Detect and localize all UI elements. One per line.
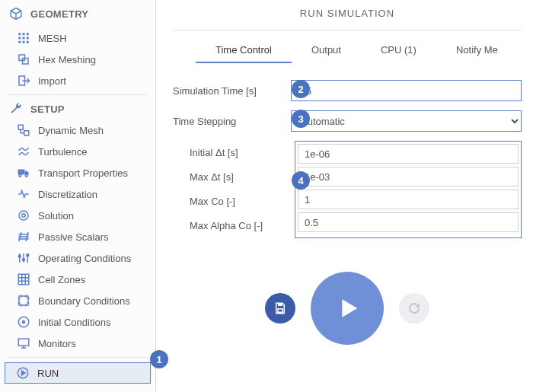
tab-notify-me[interactable]: Notify Me — [436, 38, 518, 63]
svg-point-14 — [25, 174, 27, 177]
callout-badge-1: 1 — [150, 350, 168, 368]
sidebar-item-import[interactable]: Import — [0, 70, 155, 91]
svg-rect-1 — [23, 33, 25, 35]
sidebar-item-hex-meshing[interactable]: Hex Meshing — [0, 49, 155, 70]
run-button[interactable] — [311, 272, 384, 345]
sidebar-item-discretization[interactable]: Discretization — [0, 183, 155, 205]
sidebar: GEOMETRY MESH Hex Meshing Import — [0, 0, 156, 392]
svg-rect-2 — [27, 33, 29, 35]
max-co-label: Max Co [-] — [173, 190, 295, 214]
sidebar-item-label: MESH — [38, 33, 148, 44]
svg-rect-26 — [278, 303, 282, 306]
hex-icon — [17, 53, 30, 66]
sliders-icon — [17, 251, 30, 265]
initial-icon — [17, 315, 30, 329]
sidebar-item-monitors[interactable]: Monitors — [0, 333, 155, 354]
tabs: Time Control Output CPU (1) Notify Me — [196, 38, 522, 63]
sidebar-item-label: Discretization — [38, 189, 148, 200]
sidebar-item-label: Boundary Conditions — [38, 295, 148, 307]
svg-rect-0 — [18, 33, 21, 35]
max-alpha-co-input[interactable] — [298, 212, 519, 232]
sidebar-item-dynamic-mesh[interactable]: Dynamic Mesh — [0, 120, 155, 141]
save-icon — [273, 301, 287, 315]
svg-rect-7 — [23, 41, 25, 43]
monitor-icon — [17, 336, 30, 350]
svg-point-18 — [23, 259, 25, 261]
tab-cpu[interactable]: CPU (1) — [361, 38, 436, 63]
play-icon — [332, 293, 362, 323]
svg-rect-3 — [18, 37, 21, 40]
grid-icon — [17, 31, 30, 45]
sidebar-group-setup[interactable]: SETUP — [0, 98, 155, 120]
truck-icon — [17, 166, 30, 180]
sim-time-input[interactable] — [291, 80, 522, 101]
dynamic-mesh-icon — [17, 123, 30, 137]
svg-point-13 — [19, 174, 21, 177]
divider — [8, 357, 148, 358]
import-icon — [17, 74, 30, 88]
initial-dt-input[interactable] — [298, 144, 519, 164]
wrench-icon — [9, 102, 23, 116]
callout-badge-4: 4 — [292, 171, 310, 190]
svg-rect-6 — [18, 41, 21, 43]
sidebar-item-boundary-conditions[interactable]: Boundary Conditions — [0, 290, 155, 311]
reset-button[interactable] — [399, 293, 429, 323]
sidebar-item-passive-scalars[interactable]: Passive Scalars — [0, 226, 155, 247]
discretization-icon — [17, 187, 30, 201]
sidebar-group-geometry[interactable]: GEOMETRY — [0, 3, 155, 24]
sidebar-item-label: Import — [38, 75, 148, 87]
max-dt-label: Max Δt [s] — [173, 165, 295, 190]
target-icon — [17, 209, 30, 222]
svg-rect-27 — [278, 309, 282, 313]
callout-badge-3: 3 — [292, 110, 310, 128]
action-buttons — [173, 272, 522, 345]
callout-badge-2: 2 — [292, 80, 310, 98]
max-co-input[interactable] — [298, 190, 519, 209]
sidebar-item-solution[interactable]: Solution — [0, 205, 155, 226]
sidebar-item-label: Turbulence — [38, 146, 148, 158]
svg-rect-11 — [18, 125, 23, 129]
sidebar-item-label: Transport Properties — [38, 167, 148, 179]
sidebar-item-initial-conditions[interactable]: Initial Conditions — [0, 311, 155, 333]
svg-rect-24 — [18, 339, 29, 346]
turbulence-icon — [17, 145, 30, 158]
sidebar-item-cell-zones[interactable]: Cell Zones — [0, 269, 155, 290]
svg-point-15 — [19, 211, 28, 220]
svg-rect-12 — [24, 131, 29, 135]
initial-dt-label: Initial Δt [s] — [173, 141, 295, 165]
sidebar-item-mesh[interactable]: MESH — [0, 27, 155, 49]
max-alpha-co-label: Max Alpha Co [-] — [173, 214, 295, 238]
tab-output[interactable]: Output — [292, 38, 361, 63]
scalars-icon — [17, 230, 30, 244]
sidebar-item-label: Cell Zones — [38, 274, 148, 285]
time-stepping-select[interactable]: Automatic — [291, 110, 522, 132]
max-dt-input[interactable] — [298, 167, 519, 186]
save-button[interactable] — [265, 293, 295, 323]
svg-rect-8 — [27, 41, 29, 43]
tab-time-control[interactable]: Time Control — [196, 38, 292, 63]
svg-rect-5 — [27, 37, 29, 40]
page-title: RUN SIMULATION — [173, 0, 522, 30]
sidebar-group-label: GEOMETRY — [30, 8, 148, 20]
sidebar-item-label: Solution — [38, 210, 148, 221]
svg-rect-20 — [18, 274, 29, 285]
time-control-form: Simulation Time [s] Time Stepping Automa… — [173, 80, 522, 238]
svg-point-23 — [23, 321, 25, 323]
sidebar-item-run[interactable]: RUN — [5, 362, 151, 384]
svg-point-19 — [27, 254, 29, 257]
sidebar-item-label: Operating Conditions — [38, 253, 148, 264]
sidebar-item-turbulence[interactable]: Turbulence — [0, 141, 155, 162]
sidebar-item-operating-conditions[interactable]: Operating Conditions — [0, 247, 155, 269]
sidebar-group-label: SETUP — [30, 104, 148, 115]
cube-icon — [9, 7, 23, 21]
boundary-icon — [17, 294, 30, 308]
sidebar-item-transport-properties[interactable]: Transport Properties — [0, 162, 155, 183]
divider — [173, 30, 522, 30]
sidebar-item-label: Monitors — [38, 338, 148, 349]
reload-icon — [407, 301, 421, 315]
sim-time-label: Simulation Time [s] — [173, 85, 291, 97]
main-panel: RUN SIMULATION Time Control Output CPU (… — [156, 0, 533, 392]
svg-point-17 — [18, 255, 21, 257]
play-circle-icon — [16, 366, 30, 380]
cell-zones-icon — [17, 272, 30, 286]
